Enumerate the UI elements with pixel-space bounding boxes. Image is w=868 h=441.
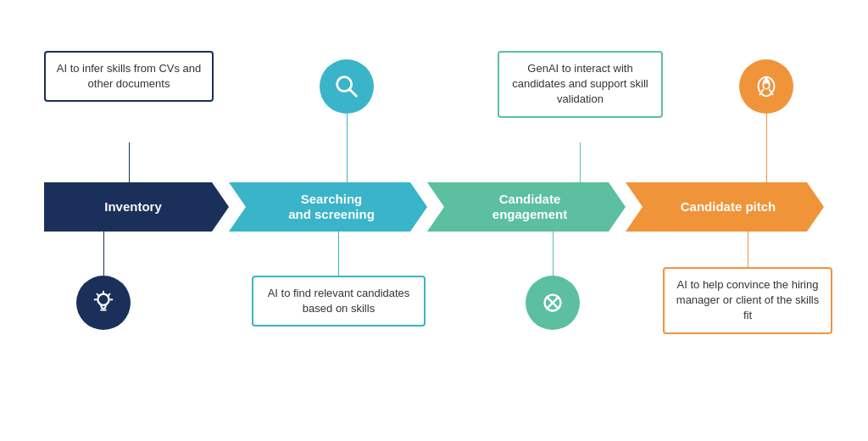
arrow-row: Inventory Searchingand screening Candida… bbox=[44, 182, 824, 232]
segment-engagement: Candidateengagement bbox=[427, 182, 626, 232]
connector-searching-top bbox=[347, 114, 348, 182]
rocket-icon bbox=[752, 72, 781, 101]
diagram: AI to infer skills from CVs and other do… bbox=[27, 17, 841, 424]
bottom-box-pitch: AI to help convince the hiring manager o… bbox=[663, 267, 832, 334]
segment-pitch: Candidate pitch bbox=[626, 182, 824, 232]
top-box-engagement: GenAI to interact with candidates and su… bbox=[498, 51, 663, 118]
connector-engagement-top bbox=[580, 142, 581, 182]
connector-engagement-bottom bbox=[553, 232, 554, 276]
svg-line-1 bbox=[350, 90, 357, 97]
connector-pitch-top bbox=[766, 114, 767, 182]
bottom-circle-engagement bbox=[526, 276, 580, 330]
connector-inventory-top bbox=[129, 142, 130, 182]
segment-inventory: Inventory bbox=[44, 182, 229, 232]
svg-point-3 bbox=[97, 294, 108, 305]
connector-searching-bottom bbox=[338, 232, 339, 276]
top-circle-searching bbox=[320, 59, 374, 114]
segment-searching: Searchingand screening bbox=[229, 182, 427, 232]
svg-point-2 bbox=[764, 83, 769, 88]
lightbulb-icon bbox=[89, 288, 118, 317]
connector-pitch-bottom bbox=[748, 232, 748, 267]
svg-line-7 bbox=[108, 294, 109, 295]
tools-icon bbox=[538, 288, 567, 317]
svg-line-6 bbox=[97, 294, 97, 295]
connector-inventory-bottom bbox=[103, 232, 104, 276]
bottom-box-searching: AI to find relevant candidates based on … bbox=[252, 276, 426, 327]
search-icon bbox=[332, 72, 361, 101]
top-box-inventory: AI to infer skills from CVs and other do… bbox=[44, 51, 214, 102]
top-circle-pitch bbox=[739, 59, 793, 114]
bottom-circle-inventory bbox=[76, 276, 131, 330]
